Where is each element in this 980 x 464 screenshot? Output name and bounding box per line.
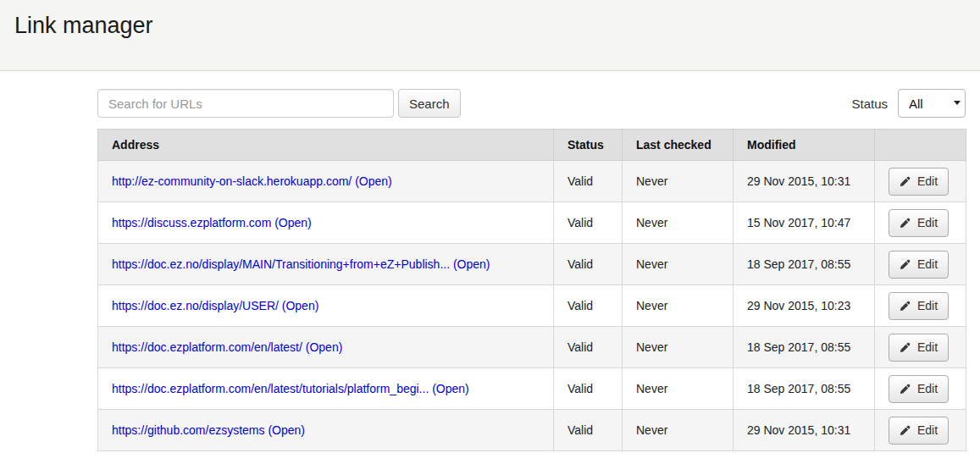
toolbar: Search Status All xyxy=(97,89,966,118)
actions-cell: Edit xyxy=(875,202,966,244)
status-cell: Valid xyxy=(554,285,623,327)
column-header-status: Status xyxy=(554,130,623,161)
status-cell: Valid xyxy=(554,202,623,244)
address-link[interactable]: https://discuss.ezplatform.com xyxy=(112,216,271,229)
last-checked-cell: Never xyxy=(623,161,734,202)
modified-cell: 29 Nov 2015, 10:23 xyxy=(734,285,875,327)
pencil-icon xyxy=(900,176,911,187)
page-header: Link manager xyxy=(0,0,980,71)
table-row: http://ez-community-on-slack.herokuapp.c… xyxy=(98,161,966,202)
actions-cell: Edit xyxy=(875,161,966,202)
table-row: https://doc.ezplatform.com/en/latest/tut… xyxy=(98,368,966,410)
status-filter-select-wrap: All xyxy=(898,89,966,118)
modified-cell: 18 Sep 2017, 08:55 xyxy=(734,327,875,368)
address-link[interactable]: https://doc.ezplatform.com/en/latest/ xyxy=(112,340,302,354)
table-row: https://discuss.ezplatform.com (Open) Va… xyxy=(98,202,966,244)
page-title: Link manager xyxy=(14,13,980,39)
pencil-icon xyxy=(900,425,911,436)
table-row: https://doc.ez.no/display/MAIN/Transitio… xyxy=(98,244,966,285)
open-link[interactable]: (Open) xyxy=(355,174,392,188)
address-cell: https://doc.ez.no/display/MAIN/Transitio… xyxy=(98,244,554,285)
column-header-modified: Modified xyxy=(734,130,875,161)
content: Search Status All Address Status Last ch… xyxy=(97,89,966,451)
status-cell: Valid xyxy=(554,244,623,285)
last-checked-cell: Never xyxy=(623,368,734,410)
open-link[interactable]: (Open) xyxy=(306,340,343,354)
edit-button[interactable]: Edit xyxy=(889,209,949,237)
address-link[interactable]: https://github.com/ezsystems xyxy=(112,423,265,437)
last-checked-cell: Never xyxy=(623,327,734,368)
edit-button-label: Edit xyxy=(917,423,938,437)
open-link[interactable]: (Open) xyxy=(453,257,490,271)
address-link[interactable]: https://doc.ez.no/display/USER/ xyxy=(112,299,279,312)
last-checked-cell: Never xyxy=(623,285,734,327)
pencil-icon xyxy=(900,342,911,353)
table-row: https://github.com/ezsystems (Open) Vali… xyxy=(98,410,966,451)
edit-button[interactable]: Edit xyxy=(889,417,949,445)
address-cell: https://doc.ezplatform.com/en/latest/ (O… xyxy=(98,327,554,368)
status-cell: Valid xyxy=(554,368,623,410)
table-row: https://doc.ez.no/display/USER/ (Open) V… xyxy=(98,285,966,327)
edit-button-label: Edit xyxy=(917,340,938,354)
address-link[interactable]: https://doc.ez.no/display/MAIN/Transitio… xyxy=(112,257,450,271)
modified-cell: 18 Sep 2017, 08:55 xyxy=(734,368,875,410)
address-cell: https://doc.ezplatform.com/en/latest/tut… xyxy=(98,368,554,410)
last-checked-cell: Never xyxy=(623,410,734,451)
edit-button[interactable]: Edit xyxy=(889,292,949,320)
pencil-icon xyxy=(900,301,911,312)
edit-button[interactable]: Edit xyxy=(889,168,949,196)
edit-button-label: Edit xyxy=(917,257,938,271)
search-button[interactable]: Search xyxy=(398,89,461,118)
open-link[interactable]: (Open) xyxy=(268,423,305,437)
open-link[interactable]: (Open) xyxy=(274,216,312,229)
edit-button-label: Edit xyxy=(917,382,938,395)
modified-cell: 15 Nov 2017, 10:47 xyxy=(734,202,875,244)
edit-button-label: Edit xyxy=(917,299,938,312)
address-link[interactable]: http://ez-community-on-slack.herokuapp.c… xyxy=(112,174,352,188)
actions-cell: Edit xyxy=(875,327,966,368)
last-checked-cell: Never xyxy=(623,202,734,244)
modified-cell: 29 Nov 2015, 10:31 xyxy=(734,161,875,202)
column-header-actions xyxy=(875,130,966,161)
edit-button[interactable]: Edit xyxy=(889,334,949,362)
modified-cell: 18 Sep 2017, 08:55 xyxy=(734,244,875,285)
edit-button[interactable]: Edit xyxy=(889,251,949,279)
modified-cell: 29 Nov 2015, 10:31 xyxy=(734,410,875,451)
status-cell: Valid xyxy=(554,410,623,451)
edit-button-label: Edit xyxy=(917,174,938,188)
column-header-last-checked: Last checked xyxy=(623,130,734,161)
column-header-address: Address xyxy=(98,130,554,161)
actions-cell: Edit xyxy=(875,244,966,285)
table-row: https://doc.ezplatform.com/en/latest/ (O… xyxy=(98,327,966,368)
edit-button[interactable]: Edit xyxy=(889,375,949,403)
links-table: Address Status Last checked Modified htt… xyxy=(97,129,966,451)
last-checked-cell: Never xyxy=(623,244,734,285)
search-input[interactable] xyxy=(97,89,394,118)
address-cell: http://ez-community-on-slack.herokuapp.c… xyxy=(98,161,554,202)
address-cell: https://discuss.ezplatform.com (Open) xyxy=(98,202,554,244)
status-cell: Valid xyxy=(554,161,623,202)
address-cell: https://doc.ez.no/display/USER/ (Open) xyxy=(98,285,554,327)
pencil-icon xyxy=(900,259,911,270)
actions-cell: Edit xyxy=(875,410,966,451)
status-filter-label: Status xyxy=(851,97,888,111)
address-cell: https://github.com/ezsystems (Open) xyxy=(98,410,554,451)
table-header-row: Address Status Last checked Modified xyxy=(98,130,966,161)
pencil-icon xyxy=(900,384,911,395)
status-cell: Valid xyxy=(554,327,623,368)
open-link[interactable]: (Open) xyxy=(282,299,319,312)
status-filter-select[interactable]: All xyxy=(898,89,966,118)
actions-cell: Edit xyxy=(875,368,966,410)
pencil-icon xyxy=(900,218,911,229)
edit-button-label: Edit xyxy=(917,216,938,229)
actions-cell: Edit xyxy=(875,285,966,327)
open-link[interactable]: (Open) xyxy=(432,382,469,395)
address-link[interactable]: https://doc.ezplatform.com/en/latest/tut… xyxy=(112,382,429,395)
table-body: http://ez-community-on-slack.herokuapp.c… xyxy=(98,161,966,451)
